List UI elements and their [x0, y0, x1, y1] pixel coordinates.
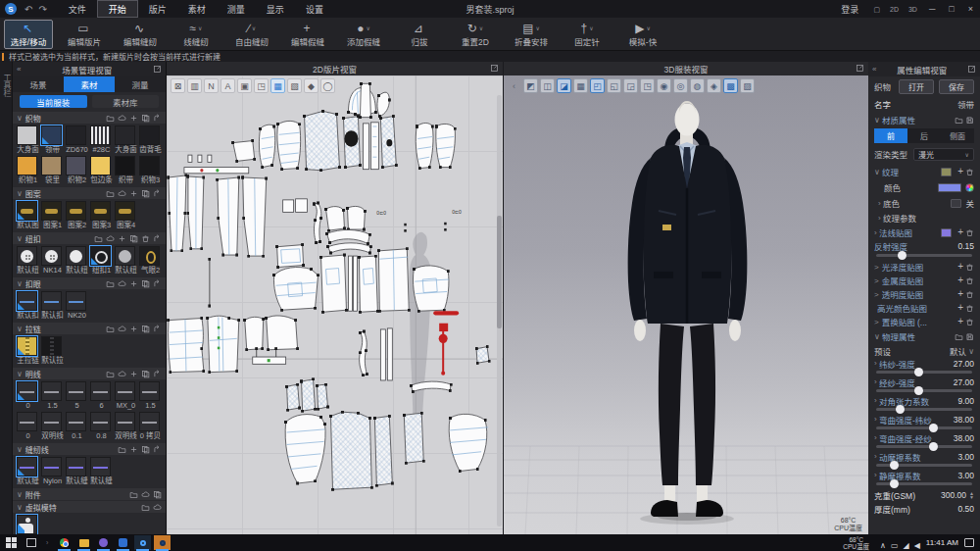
panel-tab[interactable]: 场景: [13, 76, 64, 92]
section-action-icon[interactable]: [141, 114, 150, 123]
map-row[interactable]: > 置换贴图 (... +: [868, 315, 980, 328]
normal-map-swatch[interactable]: [941, 228, 952, 237]
section-action-icon[interactable]: [118, 279, 126, 288]
button-item[interactable]: 默认纽: [17, 246, 39, 275]
topstitch-item[interactable]: MX_0: [115, 381, 137, 410]
param-slider[interactable]: [876, 482, 972, 485]
section-action-icon[interactable]: [153, 370, 162, 378]
3d-tool-icon[interactable]: ‹: [507, 78, 521, 93]
section-action-icon[interactable]: [118, 114, 126, 123]
panel-subtab[interactable]: 当前服装: [20, 95, 87, 108]
section-action-icon[interactable]: [141, 189, 150, 198]
slider-knob[interactable]: [898, 251, 906, 260]
section-action-icon[interactable]: [106, 325, 115, 333]
folder-icon[interactable]: [955, 332, 963, 341]
buttonhole-item[interactable]: 默认扣: [17, 291, 39, 320]
menu-item[interactable]: 文件: [58, 0, 97, 18]
ribbon-tool-button[interactable]: + 编辑假缝: [283, 20, 332, 49]
section-action-icon[interactable]: [141, 325, 150, 333]
section-header-attachment[interactable]: ∨ 附件: [13, 488, 166, 500]
layout-toggle-icon[interactable]: 2D: [890, 6, 899, 13]
slider-knob[interactable]: [896, 405, 905, 414]
taskbar-app-icon[interactable]: [115, 535, 131, 550]
3d-canvas[interactable]: [504, 75, 868, 534]
menu-item[interactable]: 设置: [295, 0, 334, 18]
gsm-value[interactable]: 300.00: [941, 490, 966, 500]
add-icon[interactable]: +: [957, 262, 963, 272]
slider-knob[interactable]: [914, 368, 923, 376]
3d-tool-icon[interactable]: ◲: [623, 78, 638, 93]
add-icon[interactable]: +: [957, 317, 963, 326]
trash-icon[interactable]: [965, 276, 974, 285]
section-action-icon[interactable]: [106, 279, 115, 288]
3d-tool-icon[interactable]: ◍: [690, 78, 705, 93]
section-action-icon[interactable]: [153, 325, 162, 333]
tray-icon[interactable]: ▭: [891, 541, 899, 550]
fabric-item[interactable]: 大身面: [17, 125, 39, 154]
section-action-icon[interactable]: [129, 445, 138, 454]
3d-tool-icon[interactable]: ◎: [673, 78, 688, 93]
map-row[interactable]: > 金属度贴图 +: [868, 274, 980, 287]
save-icon[interactable]: [965, 116, 974, 125]
2d-vertical-scrollbar[interactable]: [497, 95, 502, 526]
param-slider[interactable]: [876, 408, 972, 411]
menu-item[interactable]: 显示: [256, 0, 295, 18]
topstitch-item[interactable]: 5: [66, 381, 88, 410]
3d-tool-icon[interactable]: ◳: [640, 78, 655, 93]
redo-icon[interactable]: ↷: [38, 4, 46, 15]
map-row[interactable]: > 透明度贴图 +: [868, 287, 980, 301]
section-action-icon[interactable]: [153, 114, 162, 123]
normal-map-row[interactable]: › 法线贴图 +: [868, 225, 980, 240]
section-action-icon[interactable]: [106, 189, 115, 198]
topstitch-item[interactable]: 0 拷贝: [139, 412, 162, 440]
trash-icon[interactable]: [965, 290, 974, 299]
section-action-icon[interactable]: [153, 490, 162, 499]
section-action-icon[interactable]: [141, 490, 150, 499]
trash-icon[interactable]: [965, 304, 974, 313]
add-icon[interactable]: +: [957, 276, 963, 285]
thread-item[interactable]: Nylon: [41, 457, 64, 485]
layout-toggle-icon[interactable]: 3D: [908, 6, 917, 13]
fabric-item[interactable]: 织物3: [139, 156, 162, 184]
map-row[interactable]: > 光泽度贴图 +: [868, 260, 980, 274]
login-button[interactable]: 登录: [841, 3, 858, 16]
color-swatch[interactable]: [938, 183, 961, 192]
section-action-icon[interactable]: [118, 445, 126, 454]
section-action-icon[interactable]: [153, 189, 162, 198]
2d-tool-icon[interactable]: N: [204, 78, 219, 93]
3d-tool-icon[interactable]: ◉: [657, 78, 671, 93]
section-action-icon[interactable]: [118, 325, 126, 333]
section-action-icon[interactable]: [153, 445, 162, 454]
pattern-item[interactable]: 图案2: [66, 201, 88, 229]
section-action-icon[interactable]: [129, 234, 138, 243]
float-window-icon[interactable]: [490, 64, 499, 73]
ribbon-tool-button[interactable]: ▭ 编辑版片: [60, 20, 109, 49]
zipper-item[interactable]: 默认拉: [41, 336, 64, 365]
add-icon[interactable]: +: [957, 167, 963, 176]
folder-icon[interactable]: [955, 116, 963, 125]
material-side-tab[interactable]: 后: [907, 128, 941, 143]
2d-tool-icon[interactable]: ◯: [320, 78, 335, 93]
add-icon[interactable]: +: [957, 227, 963, 237]
2d-tool-icon[interactable]: A: [220, 78, 235, 93]
tray-icon[interactable]: ◀: [914, 541, 920, 550]
texture-params-row[interactable]: › 纹理参数: [868, 211, 980, 225]
topstitch-item[interactable]: 1.5: [41, 381, 64, 410]
add-icon[interactable]: +: [957, 289, 963, 299]
float-window-icon[interactable]: [856, 64, 864, 73]
section-action-icon[interactable]: [118, 370, 126, 378]
topstitch-item[interactable]: 0: [17, 412, 39, 440]
param-slider[interactable]: [876, 426, 972, 429]
section-header-topstitch[interactable]: ∨ 明线: [13, 368, 166, 379]
topstitch-item[interactable]: 0.8: [90, 412, 113, 440]
section-action-icon[interactable]: [94, 234, 103, 243]
slider-knob[interactable]: [929, 424, 938, 432]
3d-tool-icon[interactable]: ◩: [523, 78, 538, 93]
thread-item[interactable]: 默认缝: [90, 457, 113, 485]
buttonhole-item[interactable]: NK20: [66, 291, 88, 320]
fabric-item[interactable]: #28C: [90, 125, 113, 154]
section-header-buttonhole[interactable]: ∨ 扣眼: [13, 277, 166, 289]
thread-item[interactable]: 默认缝: [17, 457, 39, 485]
start-button[interactable]: [6, 537, 17, 548]
pattern-item[interactable]: 默认图: [17, 201, 39, 229]
